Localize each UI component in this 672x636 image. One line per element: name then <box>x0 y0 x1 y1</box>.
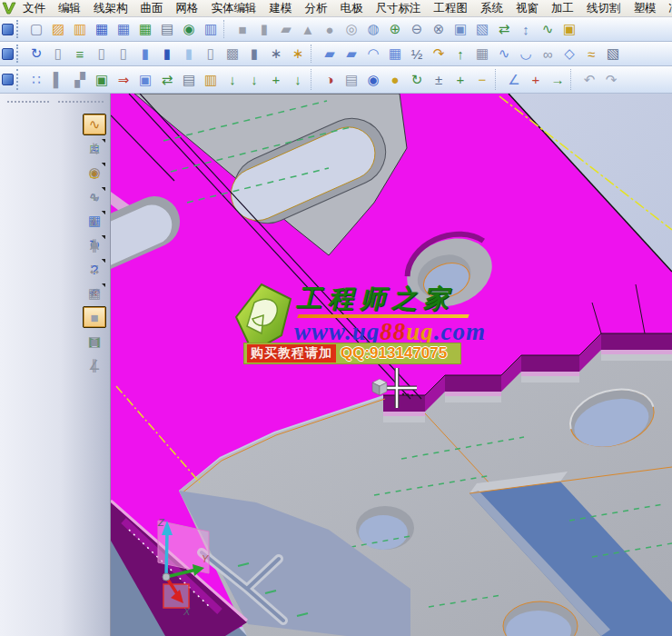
stretch-button[interactable]: ↕ <box>515 19 537 39</box>
menu-item-10[interactable]: 工程图 <box>428 0 475 16</box>
save-button[interactable]: ▦ <box>91 19 113 39</box>
refresh-display-button[interactable]: ↻ <box>406 70 428 90</box>
csys-dynamic-button[interactable]: + <box>525 70 547 90</box>
csys-change-button[interactable]: → <box>547 70 568 90</box>
toolbar-overflow-chip[interactable] <box>2 74 14 85</box>
toolbar-grip[interactable] <box>16 69 23 90</box>
pattern-move-button[interactable]: ⇒ <box>113 70 134 90</box>
surface-curved-button[interactable]: ◠ <box>362 44 384 64</box>
cylinder-outline-button[interactable]: ▯ <box>47 44 69 64</box>
curve-link-button[interactable]: ∞ <box>537 44 558 64</box>
deform-body-button[interactable]: ⇄ <box>156 70 178 90</box>
freeform-curve-button[interactable]: ∿ <box>83 186 106 208</box>
boolean-subtract-button[interactable]: ⊖ <box>406 19 428 39</box>
surface-half-button[interactable]: ½ <box>406 44 428 64</box>
emboss-top-button[interactable]: ▣ <box>558 19 580 39</box>
cylinder-dashed-button[interactable]: ▯ <box>113 44 134 64</box>
solid-sphere-button[interactable]: ● <box>319 19 341 39</box>
menu-item-16[interactable]: 冲模 <box>663 0 672 16</box>
crosshatch-button[interactable]: ▦ <box>83 283 106 304</box>
zigzag-curve-button[interactable]: ∧ <box>83 210 106 232</box>
import-body-button[interactable]: ↓ <box>287 70 309 90</box>
show-more-button[interactable]: + <box>450 70 471 90</box>
open-part-button[interactable]: ▥ <box>69 19 91 39</box>
redo-button[interactable]: ↷ <box>600 70 622 90</box>
extract-sheet-button[interactable]: ↓ <box>243 70 265 90</box>
cylinder-light-button[interactable]: ▮ <box>178 44 200 64</box>
open-folder-button[interactable]: ▨ <box>47 19 69 39</box>
cylinder-open-button[interactable]: ▯ <box>91 44 113 64</box>
instance-body-button[interactable]: ▣ <box>91 70 113 90</box>
customize-tools-button[interactable]: ∗ <box>265 44 287 64</box>
explode-assembly-button[interactable]: ∷ <box>25 70 47 90</box>
new-file-button[interactable]: ▢ <box>25 19 47 39</box>
palette-grip[interactable] <box>7 101 49 103</box>
show-hide-toggle-button[interactable]: ± <box>428 70 450 90</box>
solid-cone-button[interactable]: ▲ <box>297 19 319 39</box>
surface-bend-button[interactable]: ◡ <box>515 44 537 64</box>
taper-button[interactable]: ∿ <box>537 19 558 39</box>
menu-item-9[interactable]: 尺寸标注 <box>370 0 428 16</box>
profile-tool-button[interactable]: ∿ <box>83 114 106 135</box>
solid-blend-button[interactable]: ◍ <box>362 19 384 39</box>
mirror-body-button[interactable]: ▞ <box>69 70 91 90</box>
text-abc-button[interactable]: A <box>83 234 106 256</box>
surface-twist-button[interactable]: ∿ <box>493 44 515 64</box>
boolean-intersect-button[interactable]: ⊗ <box>428 19 450 39</box>
menu-item-12[interactable]: 视窗 <box>509 0 545 16</box>
solid-cylinder-button[interactable]: ▮ <box>253 19 275 39</box>
flatten-sheet-button[interactable]: ↓ <box>222 70 243 90</box>
point-grid-button[interactable]: ∷ <box>83 258 106 280</box>
traffic-visibility-button[interactable]: ● <box>384 70 406 90</box>
preview-button[interactable]: ◉ <box>178 19 200 39</box>
menu-item-8[interactable]: 电极 <box>334 0 370 16</box>
menu-item-0[interactable]: 文件 <box>16 0 52 16</box>
parallel-display-button[interactable]: ∥ <box>83 354 106 376</box>
palette-grip[interactable] <box>58 101 104 103</box>
paste-button[interactable]: ▥ <box>200 70 222 90</box>
cylinder-blue-button[interactable]: ▮ <box>134 44 156 64</box>
copy-button[interactable]: ▤ <box>178 70 200 90</box>
menu-item-11[interactable]: 系统 <box>474 0 509 16</box>
menu-item-6[interactable]: 建模 <box>263 0 299 16</box>
arc-tool-button[interactable]: ◠ <box>83 162 106 184</box>
cylinder-thin-button[interactable]: ▯ <box>200 44 222 64</box>
cylinder-layers-button[interactable]: ≡ <box>69 44 91 64</box>
solid-prism-button[interactable]: ▰ <box>275 19 297 39</box>
shaded-display-button[interactable]: ■ <box>83 306 106 328</box>
thicken-button[interactable]: ▧ <box>471 19 493 39</box>
surface-patch-button[interactable]: ◇ <box>558 44 580 64</box>
plane-edit-button[interactable]: ▰ <box>341 44 362 64</box>
surface-normal-button[interactable]: ↑ <box>450 44 471 64</box>
menu-item-14[interactable]: 线切割 <box>580 0 628 16</box>
menu-item-7[interactable]: 分析 <box>299 0 334 16</box>
toolbar-grip[interactable] <box>16 20 23 39</box>
menu-item-15[interactable]: 塑模 <box>628 0 663 16</box>
toolbar-overflow-chip[interactable] <box>2 24 14 35</box>
solid-box-button[interactable]: ■ <box>232 19 253 39</box>
save-as-button[interactable]: ▦ <box>113 19 134 39</box>
show-less-button[interactable]: − <box>471 70 493 90</box>
move-body-button[interactable]: ⇄ <box>493 19 515 39</box>
undo-button[interactable]: ↶ <box>578 70 600 90</box>
display-doc-button[interactable]: ▤ <box>341 70 362 90</box>
cylinder-export-button[interactable]: ▮ <box>243 44 265 64</box>
menu-item-1[interactable]: 编辑 <box>52 0 87 16</box>
render-style-button[interactable]: ◑ <box>319 70 341 90</box>
shell-button[interactable]: ▣ <box>450 19 471 39</box>
polyline-tool-button[interactable]: ∠ <box>83 138 106 160</box>
menu-item-5[interactable]: 实体编辑 <box>205 0 263 16</box>
surface-grid-button[interactable]: ▦ <box>471 44 493 64</box>
save-transfer-button[interactable]: ▦ <box>134 19 156 39</box>
link-body-button[interactable]: ▣ <box>134 70 156 90</box>
cad-scene[interactable]: Z Y X <box>111 94 672 636</box>
mirror-half-button[interactable]: ▌ <box>47 70 69 90</box>
surface-flip-button[interactable]: ↷ <box>428 44 450 64</box>
datum-plane-button[interactable]: ▰ <box>319 44 341 64</box>
cylinder-dark-button[interactable]: ▮ <box>156 44 178 64</box>
surface-mesh-button[interactable]: ▦ <box>384 44 406 64</box>
solid-torus-button[interactable]: ◎ <box>341 19 362 39</box>
add-material-button[interactable]: + <box>265 70 287 90</box>
menu-item-3[interactable]: 曲面 <box>134 0 170 16</box>
toolbar-grip[interactable] <box>16 45 23 64</box>
